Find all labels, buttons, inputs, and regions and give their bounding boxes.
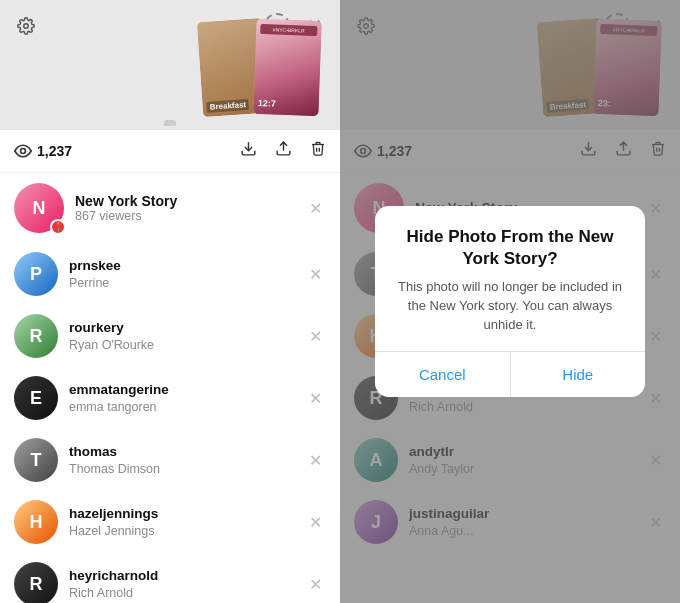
list-item: E emmatangerine emma tangoren ✕ <box>0 367 340 429</box>
list-item: R rourkery Ryan O'Rourke ✕ <box>0 305 340 367</box>
cancel-button[interactable]: Cancel <box>375 352 510 397</box>
viewer-username: hazeljennings <box>69 505 294 523</box>
eye-icon-left <box>14 144 32 158</box>
viewer-info: heyricharnold Rich Arnold <box>69 567 294 601</box>
avatar: T <box>14 438 58 482</box>
story-header-avatar-left: N 📍 <box>14 183 64 233</box>
stats-actions-left <box>240 140 326 162</box>
viewer-username: heyricharnold <box>69 567 294 585</box>
stats-bar-left: 1,237 <box>0 130 340 173</box>
dialog-title: Hide Photo From the New York Story? <box>395 226 625 270</box>
hide-button[interactable]: Hide <box>510 352 646 397</box>
viewer-info: emmatangerine emma tangoren <box>69 381 294 415</box>
gear-button-left[interactable] <box>12 12 40 40</box>
list-item: H hazeljennings Hazel Jennings ✕ <box>0 491 340 553</box>
svg-point-1 <box>21 149 26 154</box>
viewer-realname: Thomas Dimson <box>69 461 294 477</box>
story-header-info-left: New York Story 867 viewers <box>75 193 294 223</box>
list-item: P prnskee Perrine ✕ <box>0 243 340 305</box>
viewer-info: thomas Thomas Dimson <box>69 443 294 477</box>
close-viewer-btn[interactable]: ✕ <box>305 261 326 288</box>
svg-point-0 <box>24 24 29 29</box>
close-viewer-btn[interactable]: ✕ <box>305 323 326 350</box>
viewer-username: emmatangerine <box>69 381 294 399</box>
story-title-left: New York Story <box>75 193 294 209</box>
story-header-item-left: N 📍 New York Story 867 viewers ✕ <box>0 173 340 243</box>
right-panel: ↓ ✕ Breakfast #NYC•BRKLR 23: <box>340 0 680 603</box>
location-badge-left: 📍 <box>50 219 66 235</box>
delete-action-left[interactable] <box>310 140 326 162</box>
viewer-list-left: N 📍 New York Story 867 viewers ✕ P prnsk… <box>0 173 340 603</box>
close-viewer-btn[interactable]: ✕ <box>305 447 326 474</box>
viewer-username: thomas <box>69 443 294 461</box>
avatar: E <box>14 376 58 420</box>
viewer-realname: Perrine <box>69 275 294 291</box>
dialog-body: This photo will no longer be included in… <box>395 278 625 335</box>
viewer-realname: Hazel Jennings <box>69 523 294 539</box>
dialog-overlay: Hide Photo From the New York Story? This… <box>340 0 680 603</box>
close-viewer-btn[interactable]: ✕ <box>305 509 326 536</box>
download-action-left[interactable] <box>240 140 257 162</box>
viewer-username: rourkery <box>69 319 294 337</box>
left-panel: ↓ ✕ Breakfast #NYC•BRKLR 12:7 <box>0 0 340 603</box>
viewer-info: prnskee Perrine <box>69 257 294 291</box>
story-subtitle-left: 867 viewers <box>75 209 294 223</box>
story-preview-left: ↓ ✕ Breakfast #NYC•BRKLR 12:7 <box>0 0 340 130</box>
hide-photo-dialog: Hide Photo From the New York Story? This… <box>375 206 645 397</box>
viewer-info: rourkery Ryan O'Rourke <box>69 319 294 353</box>
list-item: T thomas Thomas Dimson ✕ <box>0 429 340 491</box>
list-item: R heyricharnold Rich Arnold ✕ <box>0 553 340 603</box>
views-number-left: 1,237 <box>37 143 72 159</box>
avatar: R <box>14 562 58 603</box>
viewer-realname: Ryan O'Rourke <box>69 337 294 353</box>
dialog-actions: Cancel Hide <box>375 351 645 397</box>
avatar: P <box>14 252 58 296</box>
story-header-close-left[interactable]: ✕ <box>305 195 326 222</box>
avatar: R <box>14 314 58 358</box>
viewer-username: prnskee <box>69 257 294 275</box>
avatar: H <box>14 500 58 544</box>
close-viewer-btn[interactable]: ✕ <box>305 385 326 412</box>
story-card-front-left: #NYC•BRKLR 12:7 <box>253 19 321 116</box>
viewer-realname: Rich Arnold <box>69 585 294 601</box>
views-count-left: 1,237 <box>14 143 72 159</box>
viewer-realname: emma tangoren <box>69 399 294 415</box>
viewer-info: hazeljennings Hazel Jennings <box>69 505 294 539</box>
share-action-left[interactable] <box>275 140 292 162</box>
close-viewer-btn[interactable]: ✕ <box>305 571 326 598</box>
